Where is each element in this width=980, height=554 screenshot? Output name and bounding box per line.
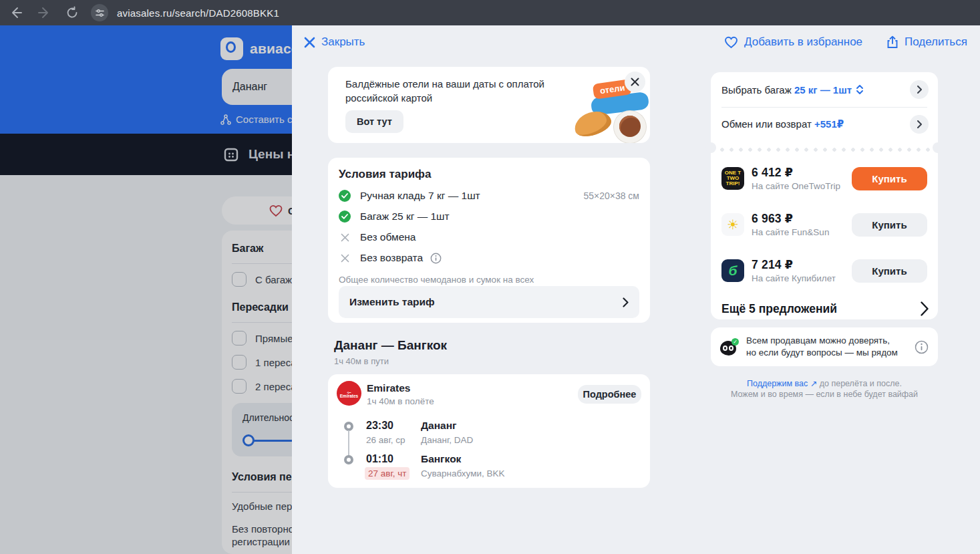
promo-text: Балдёжные отели на ваши даты с оплатой р… [345, 77, 566, 105]
promo-cta-button[interactable]: Вот тут [345, 110, 403, 133]
site-settings-icon[interactable] [91, 4, 108, 21]
cabin-bag-dimensions: 55×20×38 см [583, 190, 639, 201]
hotels-promo-card: Балдёжные отели на ваши даты с оплатой р… [328, 67, 650, 143]
heart-icon [724, 36, 738, 49]
tariff-item-no-refund: Без возврата [339, 252, 639, 264]
tariff-item-no-exchange: Без обмена [339, 231, 639, 243]
chevron-button[interactable] [910, 80, 929, 99]
coffee-graphic [619, 116, 641, 137]
offer-site: На сайте Купибилет [752, 273, 836, 283]
buy-button[interactable]: Купить [852, 213, 927, 237]
offer-price: 7 214 ₽ [752, 258, 836, 272]
funsun-logo: ☀ [721, 213, 744, 236]
arrival-date: 27 авг, чт [365, 467, 410, 480]
departure-date: 26 авг, ср [366, 435, 405, 445]
departure-city: Дананг [421, 420, 456, 432]
select-baggage-row[interactable]: Выбрать багаж 25 кг — 1шт [711, 72, 938, 107]
change-tariff-button[interactable]: Изменить тариф [339, 286, 639, 318]
onetwotrip-logo: ONE T TWOTRIP! [721, 167, 744, 190]
chevron-right-icon [917, 86, 922, 94]
promo-close-button[interactable] [625, 72, 645, 92]
browser-toolbar: aviasales.ru/search/DAD2608BKK1 [0, 0, 980, 25]
check-icon [339, 190, 351, 202]
departure-marker [344, 422, 353, 431]
arrival-city: Бангкок [421, 453, 461, 465]
arrival-time: 01:10 [366, 453, 393, 465]
more-offers-row[interactable]: Ещё 5 предложений [711, 301, 938, 316]
ticket-details-modal: Закрыть Добавить в избранное Поделиться … [292, 25, 980, 554]
offer-price: 6 963 ₽ [752, 212, 829, 226]
offer-row-onetwotrip: ONE T TWOTRIP! 6 412 ₽ На сайте OneTwoTr… [721, 166, 927, 191]
offer-site: На сайте OneTwoTrip [752, 181, 840, 191]
route-duration: 1ч 40м в пути [334, 356, 389, 366]
chevron-right-icon [917, 120, 922, 128]
flight-segment-card: ـﮩ Emirates Emirates 1ч 40м в полёте Под… [328, 374, 650, 488]
trust-card: ✓ Всем продавцам можно доверять, но если… [711, 327, 938, 366]
tariff-title: Условия тарифа [339, 168, 639, 181]
info-icon[interactable] [430, 253, 442, 264]
offer-row-kupibilet: б 7 214 ₽ На сайте Купибилет Купить [721, 258, 927, 283]
departure-airport: Дананг, DAD [421, 435, 473, 445]
trust-message: Всем продавцам можно доверять, но если б… [746, 335, 898, 359]
buy-button[interactable]: Купить [852, 259, 927, 283]
kupibilet-logo: б [721, 259, 744, 282]
check-icon [339, 211, 351, 223]
tariff-footnote: Общее количество чемоданов и сумок на вс… [339, 275, 639, 285]
chevron-right-icon [921, 301, 929, 316]
chevron-right-icon [623, 297, 629, 307]
close-icon [631, 78, 639, 86]
url-text[interactable]: aviasales.ru/search/DAD2608BKK1 [117, 7, 279, 19]
route-title: Дананг — Бангкок [334, 338, 447, 353]
airline-name: Emirates [367, 382, 410, 394]
offers-ticket-card: Выбрать багаж 25 кг — 1шт Обмен или возв… [711, 72, 938, 319]
screen: авиасейлс Дананг Составить сложный маршр… [0, 0, 980, 554]
tariff-item-cabin-bag: Ручная кладь 7 кг — 1шт 55×20×38 см [339, 190, 639, 202]
add-to-favorites-button[interactable]: Добавить в избранное [724, 35, 862, 49]
share-button[interactable]: Поделиться [886, 35, 967, 49]
offer-row-funsun: ☀ 6 963 ₽ На сайте Fun&Sun Купить [721, 212, 927, 237]
offers-list: ONE T TWOTRIP! 6 412 ₽ На сайте OneTwoTr… [711, 152, 938, 283]
cross-icon [339, 231, 351, 243]
external-link-arrow-icon: ↗ [810, 379, 817, 388]
close-icon [304, 37, 315, 48]
departure-time: 23:30 [366, 420, 393, 432]
timeline-line [348, 430, 349, 456]
select-arrows-icon [856, 84, 864, 95]
offer-price: 6 412 ₽ [752, 166, 840, 180]
info-icon[interactable] [915, 340, 929, 354]
flight-details-button[interactable]: Подробнее [578, 385, 641, 404]
exchange-price: +551₽ [814, 118, 844, 130]
close-modal-button[interactable]: Закрыть [304, 35, 365, 49]
back-icon[interactable] [9, 6, 23, 19]
baggage-value: 25 кг — 1шт [794, 84, 852, 96]
chevron-button[interactable] [910, 115, 929, 134]
buy-button[interactable]: Купить [852, 167, 927, 190]
share-icon [886, 35, 899, 49]
reload-icon[interactable] [65, 6, 79, 19]
tariff-item-baggage: Багаж 25 кг — 1шт [339, 211, 639, 223]
tariff-conditions-card: Условия тарифа Ручная кладь 7 кг — 1шт 5… [328, 158, 650, 323]
cross-icon [339, 252, 351, 264]
forward-icon[interactable] [37, 6, 51, 19]
ticket-perforation [711, 143, 938, 152]
exchange-return-row[interactable]: Обмен или возврат +551₽ [711, 108, 938, 141]
address-bar[interactable]: aviasales.ru/search/DAD2608BKK1 [91, 4, 279, 21]
emirates-logo: ـﮩ Emirates [337, 381, 361, 406]
flight-duration: 1ч 40м в полёте [367, 396, 434, 406]
support-link[interactable]: Поддержим вас [747, 379, 808, 388]
offer-site: На сайте Fun&Sun [752, 227, 829, 237]
support-mascot-icon: ✓ [720, 338, 739, 356]
support-footnote: Поддержим вас ↗ до перелёта и после. Мож… [711, 378, 938, 400]
arrival-marker [344, 455, 353, 464]
arrival-airport: Суварнабхуми, BKK [421, 468, 504, 478]
